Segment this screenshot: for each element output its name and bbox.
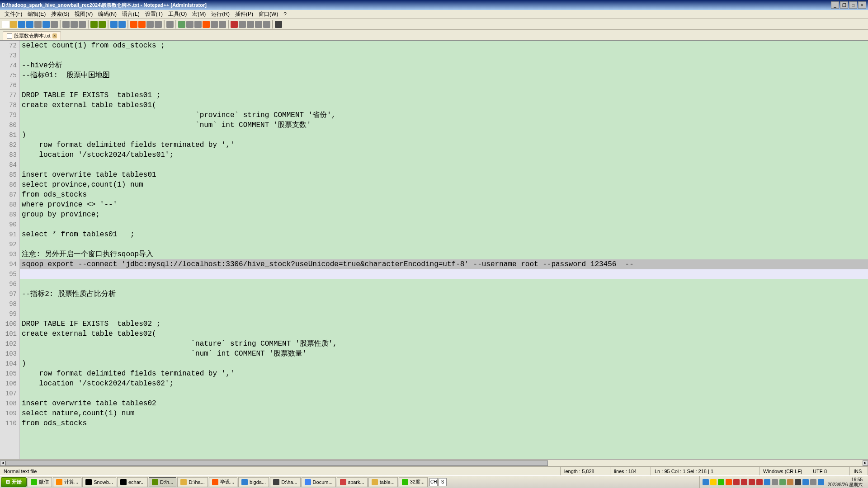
toolbar-button[interactable]: [118, 21, 126, 28]
tray-icon[interactable]: [772, 479, 778, 485]
toolbar-button[interactable]: [110, 21, 118, 28]
toolbar-button[interactable]: [18, 21, 25, 28]
code-line[interactable]: `province` string COMMENT '省份',: [20, 110, 868, 120]
taskbar-app-button[interactable]: Snowb...: [82, 477, 116, 487]
tray-icon[interactable]: [802, 479, 809, 485]
code-line[interactable]: `nature` string COMMENT '股票性质',: [20, 339, 868, 349]
code-line[interactable]: [20, 51, 868, 61]
code-line[interactable]: --指标01: 股票中国地图: [20, 70, 868, 80]
taskbar-app-button[interactable]: bigda...: [238, 477, 269, 487]
tray-icon[interactable]: [703, 479, 709, 485]
menu-item[interactable]: 运行(R): [208, 10, 232, 18]
taskbar-app-button[interactable]: table...: [368, 477, 398, 487]
tray-icon[interactable]: [779, 479, 786, 485]
code-line[interactable]: `num` int COMMENT '股票支数': [20, 120, 868, 130]
toolbar-button[interactable]: [186, 21, 193, 28]
tray-icon[interactable]: [756, 479, 763, 485]
code-line[interactable]: DROP TABLE IF EXISTS tables02 ;: [20, 319, 868, 329]
toolbar-button[interactable]: [255, 21, 262, 28]
tray-icon[interactable]: [733, 479, 740, 485]
tab-close-icon[interactable]: ×: [52, 33, 57, 38]
tray-icon[interactable]: [795, 479, 801, 485]
menu-item[interactable]: ?: [281, 11, 289, 18]
menu-item[interactable]: 窗口(W): [256, 10, 281, 18]
code-area[interactable]: select count(1) from ods_stocks ;--hive分…: [20, 41, 868, 459]
code-line[interactable]: --hive分析: [20, 61, 868, 70]
tray-icon[interactable]: [741, 479, 747, 485]
code-line[interactable]: [20, 160, 868, 170]
code-line[interactable]: where province <> '--': [20, 200, 868, 210]
code-line[interactable]: location '/stock2024/tables02';: [20, 379, 868, 389]
minimize-button[interactable]: _: [831, 1, 839, 9]
toolbar-button[interactable]: [239, 21, 246, 28]
code-line[interactable]: create external table tables01(: [20, 100, 868, 110]
menu-item[interactable]: 编码(N): [95, 10, 119, 18]
code-line[interactable]: [20, 269, 868, 279]
toolbar-button[interactable]: [130, 21, 137, 28]
ime-lang[interactable]: CH: [429, 478, 438, 486]
menu-item[interactable]: 编辑(E): [25, 10, 48, 18]
scroll-left-arrow-icon[interactable]: ◄: [0, 460, 5, 466]
taskbar-app-button[interactable]: D:\h...: [149, 477, 176, 487]
code-line[interactable]: select province,count(1) num: [20, 180, 868, 190]
code-line[interactable]: `num` int COMMENT '股票数量': [20, 349, 868, 359]
code-line[interactable]: [20, 220, 868, 230]
code-line[interactable]: [20, 389, 868, 399]
menu-item[interactable]: 设置(T): [142, 10, 165, 18]
toolbar-button[interactable]: [51, 21, 58, 28]
code-line[interactable]: row format delimited fields terminated b…: [20, 140, 868, 150]
toolbar-button[interactable]: [263, 21, 270, 28]
start-button[interactable]: ⊞ 开始: [1, 477, 27, 487]
code-line[interactable]: [20, 309, 868, 319]
tray-icon[interactable]: [818, 479, 824, 485]
code-line[interactable]: DROP TABLE IF EXISTS tables01 ;: [20, 90, 868, 100]
scroll-right-arrow-icon[interactable]: ►: [863, 460, 868, 466]
tray-icon[interactable]: [726, 479, 732, 485]
code-line[interactable]: ): [20, 359, 868, 369]
code-line[interactable]: group by province;: [20, 210, 868, 220]
code-line[interactable]: [20, 80, 868, 90]
menu-item[interactable]: 宏(M): [189, 10, 208, 18]
toolbar-button[interactable]: [62, 21, 70, 28]
menu-item[interactable]: 工具(O): [165, 10, 189, 18]
taskbar-app-button[interactable]: Docum...: [302, 477, 336, 487]
toolbar-button[interactable]: [219, 21, 226, 28]
taskbar-app-button[interactable]: spark...: [337, 477, 368, 487]
code-line[interactable]: from ods_stocks: [20, 418, 868, 428]
code-line[interactable]: row format delimited fields terminated b…: [20, 369, 868, 379]
code-line[interactable]: sqoop export --connect 'jdbc:mysql://loc…: [20, 259, 868, 269]
toolbar-button[interactable]: [26, 21, 33, 28]
scrollbar-thumb[interactable]: [5, 460, 548, 466]
menu-item[interactable]: 插件(P): [232, 10, 256, 18]
code-line[interactable]: [20, 299, 868, 309]
taskbar-app-button[interactable]: D:\ha...: [270, 477, 300, 487]
tray-icon[interactable]: [749, 479, 755, 485]
code-line[interactable]: select * from tables01 ;: [20, 230, 868, 239]
taskbar-app-button[interactable]: D:\ha...: [177, 477, 208, 487]
code-line[interactable]: [20, 239, 868, 249]
code-line[interactable]: from ods_stocks: [20, 190, 868, 200]
code-line[interactable]: insert overwrite table tables02: [20, 399, 868, 408]
menu-item[interactable]: 搜索(S): [48, 10, 72, 18]
text-editor[interactable]: 7273747576777879808182838485868788899091…: [0, 41, 868, 459]
toolbar-button[interactable]: [42, 21, 50, 28]
toolbar-button[interactable]: [10, 21, 17, 28]
taskbar-app-button[interactable]: 微信: [28, 477, 52, 487]
code-line[interactable]: location '/stock2024/tables01';: [20, 150, 868, 160]
toolbar-button[interactable]: [34, 21, 42, 28]
taskbar-app-button[interactable]: echar...: [117, 477, 148, 487]
clock[interactable]: 16:55 2023/8/26 星期六: [826, 477, 864, 487]
tray-icon[interactable]: [810, 479, 816, 485]
taskbar-app-button[interactable]: 毕设...: [209, 477, 237, 487]
menu-item[interactable]: 语言(L): [119, 10, 142, 18]
toolbar-button[interactable]: [211, 21, 218, 28]
toolbar-button[interactable]: [166, 21, 174, 28]
code-line[interactable]: 注意: 另外开启一个窗口执行sqoop导入: [20, 249, 868, 259]
toolbar-button[interactable]: [79, 21, 86, 28]
toolbar-button[interactable]: [99, 21, 106, 28]
toolbar-button[interactable]: [155, 21, 162, 28]
toolbar-button[interactable]: [194, 21, 202, 28]
code-line[interactable]: [20, 279, 868, 289]
menu-item[interactable]: 文件(F): [2, 10, 25, 18]
code-line[interactable]: ): [20, 130, 868, 140]
